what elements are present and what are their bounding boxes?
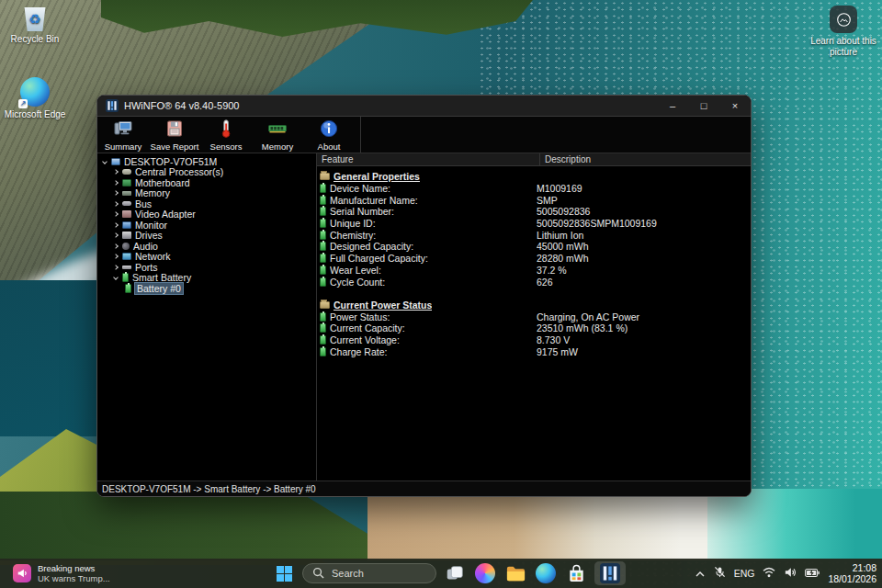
memory-button[interactable]: Memory xyxy=(252,117,303,153)
chevron-right-icon[interactable] xyxy=(113,211,119,217)
section-title: Current Power Status xyxy=(334,300,432,311)
desktop-icon-recycle-bin[interactable]: ♻ Recycle Bin xyxy=(0,7,70,45)
list-row-wear-level[interactable]: Wear Level: 37.2 % xyxy=(317,265,751,277)
file-explorer-button[interactable] xyxy=(503,561,527,585)
tree-item-label: Network xyxy=(135,251,171,262)
clock[interactable]: 21:08 18/01/2026 xyxy=(828,562,876,584)
hwinfo-taskbar-button[interactable] xyxy=(594,561,626,585)
column-header-description[interactable]: Description xyxy=(540,154,751,164)
tree-item-label: Monitor xyxy=(135,220,167,231)
tree-item-monitor[interactable]: Monitor xyxy=(97,220,316,231)
feature-value: 9175 mW xyxy=(537,346,751,357)
tree-root-computer[interactable]: DESKTOP-V7OF51M xyxy=(97,156,316,167)
feature-value: 8.730 V xyxy=(537,334,751,345)
desktop-icon-microsoft-edge[interactable]: ↗ Microsoft Edge xyxy=(0,77,70,120)
microphone-muted-icon[interactable] xyxy=(714,565,726,582)
copilot-button[interactable] xyxy=(473,561,497,585)
battery-charging-icon[interactable] xyxy=(805,565,820,582)
tree-item-label: Motherboard xyxy=(135,177,190,188)
network-icon xyxy=(122,253,131,260)
feature-label: Full Charged Capacity: xyxy=(330,253,537,264)
microsoft-store-button[interactable] xyxy=(564,561,588,585)
bus-icon xyxy=(122,201,131,206)
chevron-right-icon[interactable] xyxy=(113,201,119,207)
tree-item-ports[interactable]: Ports xyxy=(97,262,316,273)
feature-value: 37.2 % xyxy=(537,265,751,276)
summary-button[interactable]: Summary xyxy=(97,117,149,153)
status-bar: DESKTOP-V7OF51M -> Smart Battery -> Batt… xyxy=(97,481,751,496)
tree-item-memory[interactable]: Memory xyxy=(97,188,316,199)
battery-icon xyxy=(320,184,326,193)
search-placeholder: Search xyxy=(332,568,364,579)
list-row-current-capacity[interactable]: Current Capacity: 23510 mWh (83.1 %) xyxy=(317,322,751,334)
close-button[interactable]: × xyxy=(719,96,751,116)
chevron-right-icon[interactable] xyxy=(113,222,119,228)
tree-item-label: Audio xyxy=(133,241,158,252)
start-button[interactable] xyxy=(272,561,296,585)
hwinfo-icon xyxy=(600,563,620,583)
tree-item-battery-0[interactable]: Battery #0 xyxy=(97,283,316,294)
desktop-icon-label: Recycle Bin xyxy=(11,34,60,45)
feature-value: 45000 mWh xyxy=(537,241,751,252)
tree-item-drives[interactable]: Drives xyxy=(97,231,316,242)
chevron-right-icon[interactable] xyxy=(113,243,119,249)
minimize-button[interactable]: – xyxy=(657,96,688,116)
tree-item-label: Central Processor(s) xyxy=(135,166,223,177)
save-report-button[interactable]: Save Report xyxy=(149,117,200,153)
desktop-icon-learn-about-picture[interactable]: Learn about this picture xyxy=(808,6,878,58)
feature-value: SMP xyxy=(537,195,751,206)
task-view-button[interactable] xyxy=(443,561,467,585)
chevron-right-icon[interactable] xyxy=(113,254,119,259)
list-row-designed-capacity[interactable]: Designed Capacity: 45000 mWh xyxy=(317,241,751,253)
wallpaper-beach xyxy=(368,489,735,560)
widgets-button[interactable]: Breaking news UK warns Trump... xyxy=(7,559,116,588)
maximize-button[interactable]: □ xyxy=(688,96,719,116)
edge-button[interactable] xyxy=(534,561,558,585)
tree-item-audio[interactable]: Audio xyxy=(97,241,316,252)
windows-logo-icon xyxy=(277,566,292,582)
recycle-bin-icon: ♻ xyxy=(23,7,47,31)
wifi-icon[interactable] xyxy=(763,565,775,582)
list-row-charge-rate[interactable]: Charge Rate: 9175 mW xyxy=(317,345,751,357)
chevron-right-icon[interactable] xyxy=(113,265,119,270)
list-row-unique-id[interactable]: Unique ID: 5005092836SMPM1009169 xyxy=(317,218,751,230)
tree-item-smart-battery[interactable]: Smart Battery xyxy=(97,273,316,284)
battery-icon xyxy=(320,242,326,251)
chevron-down-icon[interactable] xyxy=(113,275,119,280)
language-indicator[interactable]: ENG xyxy=(734,568,755,579)
list-row-current-voltage[interactable]: Current Voltage: 8.730 V xyxy=(317,334,751,346)
list-row-serial-number[interactable]: Serial Number: 5005092836 xyxy=(317,206,751,218)
thermometer-icon xyxy=(216,119,236,141)
list-row-device-name[interactable]: Device Name: M1009169 xyxy=(317,183,751,195)
chevron-right-icon[interactable] xyxy=(113,190,119,196)
copilot-icon xyxy=(475,563,495,583)
about-button[interactable]: About xyxy=(303,117,355,153)
hwinfo-window: HWiNFO® 64 v8.40-5900 – □ × Summary Save… xyxy=(96,95,752,497)
list-row-manufacturer-name[interactable]: Manufacturer Name: SMP xyxy=(317,194,751,206)
sensors-button[interactable]: Sensors xyxy=(200,117,252,153)
tree-item-network[interactable]: Network xyxy=(97,252,316,263)
chevron-right-icon[interactable] xyxy=(113,232,119,238)
feature-label: Current Voltage: xyxy=(330,334,537,345)
list-row-full-charged-capacity[interactable]: Full Charged Capacity: 28280 mWh xyxy=(317,253,751,265)
chevron-down-icon[interactable] xyxy=(102,159,107,164)
tree-item-bus[interactable]: Bus xyxy=(97,198,316,209)
battery-icon xyxy=(122,273,129,282)
feature-value: 28280 mWh xyxy=(537,253,751,264)
tree-item-motherboard[interactable]: Motherboard xyxy=(97,177,316,188)
hidden-icons-chevron[interactable] xyxy=(695,565,706,582)
list-row-cycle-count[interactable]: Cycle Count: 626 xyxy=(317,276,751,288)
search-input[interactable]: Search xyxy=(302,563,436,583)
window-titlebar[interactable]: HWiNFO® 64 v8.40-5900 – □ × xyxy=(97,96,751,116)
tree-item-video-adapter[interactable]: Video Adapter xyxy=(97,209,316,220)
tree-item-central-processors[interactable]: Central Processor(s) xyxy=(97,167,316,178)
column-header-feature[interactable]: Feature xyxy=(317,153,540,165)
section-current-power-status: Current Power Status xyxy=(317,300,751,311)
tray-date: 18/01/2026 xyxy=(828,573,876,584)
chevron-right-icon[interactable] xyxy=(113,169,119,175)
list-row-chemistry[interactable]: Chemistry: Lithium Ion xyxy=(317,229,751,241)
list-row-power-status[interactable]: Power Status: Charging, On AC Power xyxy=(317,311,751,322)
chevron-right-icon[interactable] xyxy=(113,180,119,186)
battery-icon xyxy=(320,312,326,322)
volume-icon[interactable] xyxy=(784,565,797,582)
